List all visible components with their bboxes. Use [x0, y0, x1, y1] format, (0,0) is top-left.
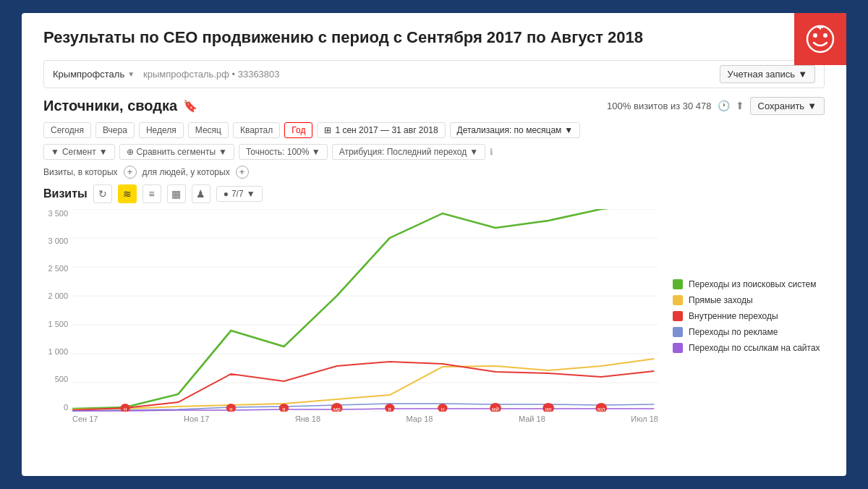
detail-label: Детализация: по месяцам — [457, 125, 562, 135]
tab-month[interactable]: Месяц — [188, 122, 229, 138]
share-icon[interactable]: ⬆ — [736, 100, 744, 111]
tab-week[interactable]: Неделя — [139, 122, 184, 138]
date-range-text: 1 сен 2017 — 31 авг 2018 — [335, 125, 438, 135]
legend-color-search — [673, 279, 683, 289]
account-button[interactable]: Учетная запись ▼ — [720, 65, 815, 83]
add-people-filter-button[interactable]: + — [236, 166, 249, 179]
legend-color-links — [673, 343, 683, 353]
tab-quarter[interactable]: Квартал — [233, 122, 280, 138]
compare-icon: ⊕ — [127, 147, 134, 157]
x-label-jan18: Янв 18 — [295, 414, 320, 423]
layers-button[interactable]: ● 7/7 ▼ — [216, 186, 263, 202]
area-chart-button[interactable]: ≡ — [142, 184, 161, 203]
svg-text:н: н — [229, 406, 232, 412]
svg-text:мр: мр — [333, 406, 341, 412]
calendar-icon[interactable]: 🕐 — [718, 100, 730, 111]
x-label-nov17: Ноя 17 — [184, 414, 209, 423]
x-label-sep17: Сен 17 — [72, 414, 98, 423]
svg-text:я: я — [388, 406, 391, 412]
svg-point-1 — [813, 33, 817, 38]
line-chart-button[interactable]: ≋ — [118, 184, 137, 203]
legend-item-ads: Переходы по рекламе — [673, 327, 825, 337]
legend-item-search: Переходы из поисковых систем — [673, 279, 825, 289]
scatter-chart-button[interactable]: ♟ — [192, 184, 210, 203]
legend-label-direct: Прямые заходы — [689, 295, 753, 305]
attr-label: Атрибуция: Последний переход — [339, 147, 467, 157]
y-label-3000: 3 000 — [43, 237, 68, 245]
tab-year[interactable]: Год — [284, 122, 312, 138]
detail-button[interactable]: Детализация: по месяцам ▼ — [450, 122, 581, 138]
site-selector[interactable]: Крымпрофсталь ▼ — [53, 69, 135, 80]
segment-button[interactable]: ▼ Сегмент ▼ — [43, 144, 115, 160]
svg-text:мй: мй — [492, 406, 499, 412]
top-bar-left: Крымпрофсталь ▼ крымпрофсталь.рф • 33363… — [53, 69, 280, 80]
x-label-may18: Май 18 — [519, 414, 545, 423]
logo-icon — [804, 23, 836, 55]
svg-text:ин: ин — [545, 406, 552, 412]
layers-icon: ● — [224, 189, 229, 199]
x-label-jul18: Июл 18 — [631, 414, 658, 423]
attribution-button[interactable]: Атрибуция: Последний переход ▼ — [332, 144, 485, 160]
legend-label-search: Переходы из поисковых систем — [689, 279, 816, 289]
y-label-500: 500 — [43, 375, 68, 383]
top-bar: Крымпрофсталь ▼ крымпрофсталь.рф • 33363… — [43, 60, 825, 88]
svg-text:н: н — [124, 406, 127, 412]
legend-label-internal: Внутренние переходы — [689, 311, 778, 321]
chart-legend: Переходы из поисковых систем Прямые захо… — [665, 209, 825, 423]
calendar-grid-icon: ⊞ — [324, 125, 331, 135]
legend-item-internal: Внутренние переходы — [673, 311, 825, 321]
accuracy-caret: ▼ — [312, 147, 320, 157]
segment-label: Сегмент — [62, 147, 96, 157]
chart-area: 3 500 3 000 2 500 2 000 1 500 1 000 500 … — [43, 209, 658, 423]
tab-yesterday[interactable]: Вчера — [95, 122, 135, 138]
section-title-text: Источники, сводка — [43, 98, 177, 114]
chart-svg: н н я мр я н мй ин юл — [72, 209, 658, 412]
bar-chart-button[interactable]: ▦ — [167, 184, 186, 203]
svg-text:юл: юл — [597, 406, 605, 412]
visits-in-label: Визиты, в которых — [43, 167, 118, 177]
legend-label-links: Переходы по ссылкам на сайтах — [689, 343, 820, 353]
legend-color-direct — [673, 295, 683, 305]
compare-label: Сравнить сегменты — [137, 147, 216, 157]
svg-point-2 — [823, 33, 827, 38]
add-visits-filter-button[interactable]: + — [124, 166, 137, 179]
accuracy-button[interactable]: Точность: 100% ▼ — [239, 144, 328, 160]
chart-wrapper: 3 500 3 000 2 500 2 000 1 500 1 000 500 … — [43, 209, 825, 423]
svg-text:я: я — [282, 406, 285, 412]
slide-container: Результаты по СЕО продвижению с период с… — [22, 13, 846, 476]
y-label-1000: 1 000 — [43, 347, 68, 356]
tab-today[interactable]: Сегодня — [43, 122, 91, 138]
chart-controls: Визиты ↻ ≋ ≡ ▦ ♟ ● 7/7 ▼ — [43, 184, 825, 203]
save-label: Сохранить — [758, 101, 805, 111]
y-label-1500: 1 500 — [43, 320, 68, 328]
x-axis-labels: Сен 17 Ноя 17 Янв 18 Мар 18 Май 18 Июл 1… — [43, 412, 658, 423]
site-selector-caret: ▼ — [127, 70, 135, 78]
account-caret: ▼ — [798, 69, 807, 80]
compare-segments-button[interactable]: ⊕ Сравнить сегменты ▼ — [119, 144, 234, 160]
compare-caret: ▼ — [218, 147, 227, 157]
section-header: Источники, сводка 🔖 100% визитов из 30 4… — [43, 97, 825, 115]
info-icon: ℹ — [490, 147, 493, 157]
y-label-2500: 2 500 — [43, 264, 68, 273]
legend-label-ads: Переходы по рекламе — [689, 327, 778, 337]
layers-label: 7/7 — [231, 189, 244, 199]
accuracy-label: Точность: 100% — [246, 147, 309, 157]
bookmark-icon[interactable]: 🔖 — [183, 99, 197, 113]
save-caret: ▼ — [807, 101, 817, 111]
site-url: крымпрофсталь.рф • 33363803 — [143, 69, 279, 80]
corner-logo — [794, 13, 846, 65]
legend-color-internal — [673, 311, 683, 321]
filter-icon: ▼ — [51, 147, 59, 157]
visits-text: 100% визитов из 30 478 — [607, 101, 711, 111]
svg-text:н: н — [441, 406, 444, 412]
attr-caret: ▼ — [469, 147, 478, 157]
refresh-chart-button[interactable]: ↻ — [93, 184, 112, 203]
legend-item-direct: Прямые заходы — [673, 295, 825, 305]
legend-item-links: Переходы по ссылкам на сайтах — [673, 343, 825, 353]
section-title-group: Источники, сводка 🔖 — [43, 98, 197, 114]
date-range-button[interactable]: ⊞ 1 сен 2017 — 31 авг 2018 — [317, 122, 445, 138]
account-label: Учетная запись — [728, 69, 796, 80]
filter-bar: Визиты, в которых + для людей, у которых… — [43, 166, 825, 179]
site-name: Крымпрофсталь — [53, 69, 124, 80]
save-button[interactable]: Сохранить ▼ — [750, 97, 825, 115]
